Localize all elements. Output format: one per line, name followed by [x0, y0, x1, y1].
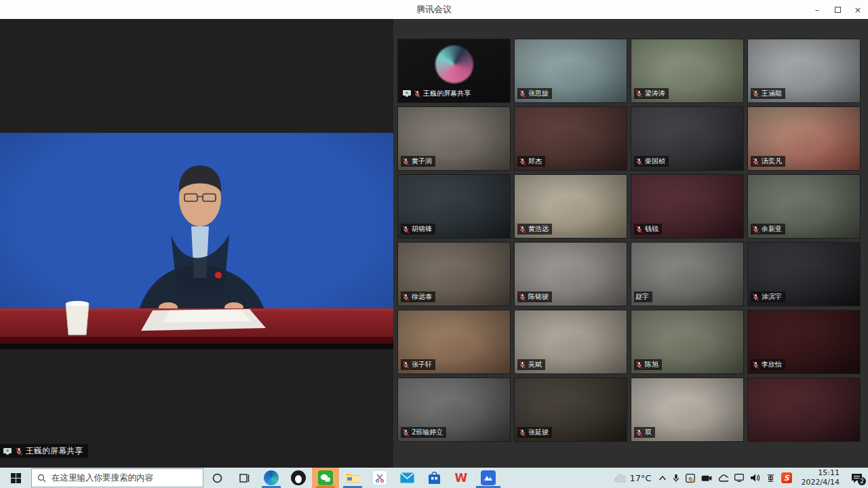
- muted-mic-icon: [752, 90, 760, 98]
- muted-mic-icon: [635, 429, 643, 436]
- shared-screen-panel[interactable]: 王巍的屏幕共享: [0, 19, 393, 468]
- participant-name: 张思旋: [528, 89, 549, 98]
- muted-mic-icon: [519, 361, 526, 369]
- participant-tile[interactable]: 陈铭骏: [514, 242, 627, 306]
- participant-tile[interactable]: 张子轩: [397, 310, 511, 374]
- taskbar-app-store[interactable]: [420, 468, 448, 488]
- taskbar-app-qq[interactable]: [285, 468, 312, 488]
- participant-name: 李欣怡: [762, 360, 782, 369]
- muted-mic-icon: [752, 158, 760, 165]
- close-button[interactable]: ×: [848, 0, 868, 19]
- search-placeholder: 在这里输入你要搜索的内容: [52, 472, 153, 484]
- participant-tile[interactable]: 汤奕凡: [747, 106, 861, 171]
- muted-mic-icon: [635, 361, 643, 369]
- participant-name: 胡锦锋: [412, 224, 432, 234]
- participant-tile[interactable]: 陈旭: [631, 310, 744, 374]
- muted-mic-icon: [752, 293, 760, 301]
- muted-mic-icon: [635, 158, 643, 165]
- restore-button[interactable]: [827, 0, 848, 19]
- participant-tile[interactable]: 王巍的屏幕共享: [397, 39, 511, 103]
- edge-icon: [264, 470, 279, 485]
- cortana-button[interactable]: [203, 468, 231, 488]
- hidden-icons-chevron-icon[interactable]: [658, 475, 667, 481]
- titlebar: 腾讯会议 – ×: [0, 0, 868, 19]
- cortana-icon: [212, 473, 222, 483]
- participant-tile[interactable]: 李欣怡: [747, 310, 861, 374]
- participant-tile[interactable]: 黄浩远: [514, 174, 627, 239]
- participant-tile[interactable]: 王涵聪: [747, 39, 861, 103]
- participant-name: 张延骏: [528, 428, 549, 437]
- participant-tile[interactable]: 梁涛涛: [631, 39, 744, 103]
- participant-tile[interactable]: 郑杰: [514, 106, 627, 171]
- participant-tile[interactable]: 涂滨宇: [747, 242, 861, 306]
- mail-icon: [400, 472, 414, 483]
- window-controls: – ×: [807, 0, 868, 19]
- taskbar: 在这里输入你要搜索的内容 W 17°C e: [0, 468, 868, 488]
- taskbar-weather[interactable]: 17°C: [614, 473, 654, 483]
- clock-time: 15:11: [802, 468, 840, 478]
- participant-tile[interactable]: 钱锐: [631, 174, 744, 239]
- participant-name: 黄浩远: [528, 224, 549, 234]
- taskbar-app-wps[interactable]: W: [448, 468, 475, 488]
- participant-tile[interactable]: 徐远泰: [397, 242, 511, 306]
- taskbar-app-wechat[interactable]: [312, 468, 339, 488]
- participant-name: 黄子润: [412, 157, 432, 166]
- participant-tile[interactable]: 黄子润: [397, 106, 511, 171]
- ime-indicator-icon[interactable]: [766, 474, 775, 483]
- action-center-button[interactable]: 2: [845, 468, 868, 488]
- muted-mic-icon: [402, 293, 410, 301]
- participant-tile[interactable]: 张延骏: [514, 378, 627, 442]
- muted-mic-icon: [752, 361, 760, 369]
- network-icon[interactable]: [734, 474, 744, 482]
- start-button[interactable]: [0, 468, 31, 488]
- taskbar-app-snip[interactable]: [366, 468, 393, 488]
- wechat-icon: [318, 470, 333, 485]
- shared-screen-name: 王巍的屏幕共享: [26, 445, 83, 457]
- participant-tile[interactable]: 胡锦锋: [397, 174, 511, 239]
- taskbar-app-explorer[interactable]: [339, 468, 366, 488]
- windows-logo-icon: [11, 473, 21, 483]
- taskbar-app-meeting[interactable]: [475, 468, 502, 488]
- participant-tile[interactable]: 柴国桢: [631, 106, 744, 171]
- tray-mic-icon[interactable]: [673, 473, 679, 483]
- taskbar-app-mail[interactable]: [393, 468, 420, 488]
- participant-tile[interactable]: 张思旋: [514, 39, 627, 103]
- shared-screen-video: [0, 133, 393, 349]
- screen-share-icon: [3, 447, 12, 455]
- participant-name: 张子轩: [412, 360, 432, 369]
- notification-badge: 2: [858, 477, 866, 485]
- participant-grid-panel: 王巍的屏幕共享 张思旋 梁涛涛 王涵聪 黄子润 郑杰 柴国桢 汤奕凡 胡锦锋 黄…: [393, 19, 868, 468]
- participant-tile[interactable]: [747, 378, 861, 442]
- clock-date: 2022/4/14: [802, 478, 840, 487]
- scissors-tool-icon: [372, 470, 387, 485]
- taskbar-clock[interactable]: 15:11 2022/4/14: [796, 468, 845, 487]
- taskbar-app-edge[interactable]: [258, 468, 285, 488]
- sogou-tray-icon[interactable]: S: [781, 472, 792, 483]
- tray-cloud-icon[interactable]: [718, 474, 728, 482]
- muted-mic-icon: [519, 293, 526, 301]
- shared-screen-name-chip: 王巍的屏幕共享: [0, 444, 88, 458]
- volume-icon[interactable]: [750, 474, 760, 482]
- muted-mic-icon: [402, 158, 410, 165]
- participant-name: 汤奕凡: [762, 157, 782, 166]
- avatar: [435, 45, 473, 83]
- participant-name: 王巍的屏幕共享: [423, 89, 471, 98]
- participant-tile[interactable]: 余新亚: [747, 174, 861, 239]
- participant-tile[interactable]: 吴斌: [514, 310, 627, 374]
- participant-tile[interactable]: 2班喻婷立: [397, 378, 511, 442]
- tencent-meeting-icon: [481, 470, 496, 485]
- muted-mic-icon: [752, 226, 760, 233]
- muted-mic-icon: [519, 226, 526, 233]
- participant-name: 双: [645, 428, 652, 437]
- taskbar-search-input[interactable]: 在这里输入你要搜索的内容: [31, 468, 203, 487]
- participant-tile[interactable]: 赵宇: [631, 242, 744, 306]
- participant-name: 王涵聪: [762, 89, 782, 98]
- muted-mic-icon: [414, 90, 421, 98]
- tray-ime-tool-icon[interactable]: e: [686, 474, 695, 483]
- participant-name: 徐远泰: [412, 292, 432, 302]
- minimize-button[interactable]: –: [807, 0, 827, 19]
- weather-temp: 17°C: [629, 473, 651, 483]
- participant-tile[interactable]: 双: [631, 378, 744, 442]
- task-view-button[interactable]: [231, 468, 258, 488]
- tray-camera-icon[interactable]: [701, 474, 712, 482]
